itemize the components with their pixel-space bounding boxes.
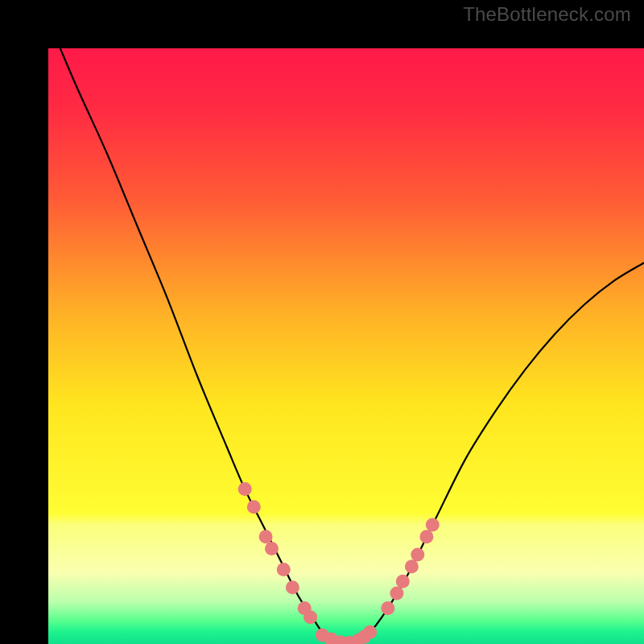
bottleneck-chart — [48, 48, 644, 644]
watermark-text: TheBottleneck.com — [463, 3, 631, 26]
curve-marker — [419, 530, 433, 543]
curve-marker — [238, 482, 252, 496]
curve-marker — [405, 559, 419, 573]
curve-marker — [286, 580, 299, 594]
curve-marker — [247, 500, 261, 514]
curve-marker — [390, 587, 403, 601]
curve-marker — [363, 625, 377, 639]
curve-marker — [381, 601, 394, 615]
curve-marker — [426, 518, 440, 532]
curve-marker — [265, 542, 279, 555]
chart-frame — [0, 0, 644, 644]
curve-marker — [277, 563, 291, 576]
curve-marker — [396, 575, 410, 588]
curve-marker — [259, 530, 273, 543]
curve-marker — [303, 610, 317, 624]
gradient-background — [48, 48, 644, 644]
curve-marker — [411, 548, 424, 562]
